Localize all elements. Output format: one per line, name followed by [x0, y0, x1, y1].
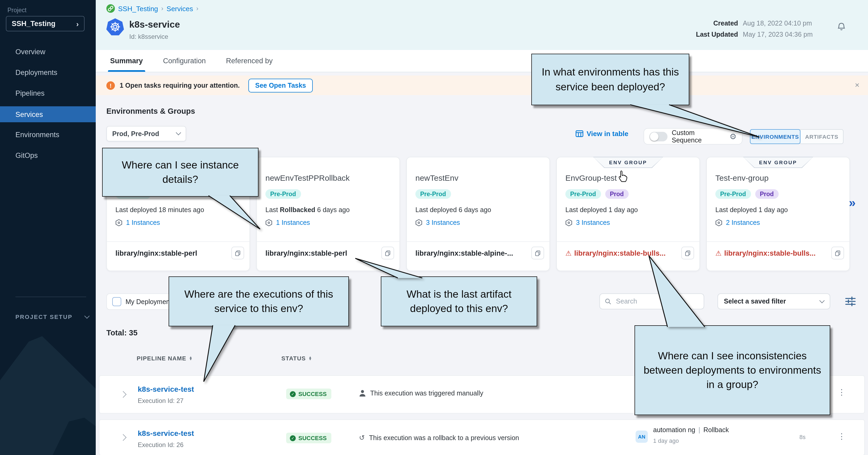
artifact-name: library/nginx:stable-perl — [116, 249, 228, 257]
created-label: Created — [696, 20, 738, 27]
copy-artifact-button[interactable] — [831, 247, 844, 259]
see-open-tasks-button[interactable]: See Open Tasks — [248, 78, 313, 92]
callout-tail — [205, 191, 266, 234]
env-type-filter[interactable]: Prod, Pre-Prod — [106, 126, 186, 141]
breadcrumb-separator: › — [161, 5, 163, 12]
execution-id: Execution Id: 26 — [138, 441, 184, 449]
total-count: Total: 35 — [106, 328, 137, 337]
divider: | — [695, 426, 703, 434]
warning-triangle-icon: ⚠ — [715, 249, 721, 257]
sidebar-nav: Overview Deployments Pipelines Services … — [0, 41, 96, 166]
saved-filter-value: Select a saved filter — [724, 298, 786, 305]
annotation-callout: Where can I see inconsistencies between … — [634, 325, 830, 415]
preprod-badge: Pre-Prod — [266, 189, 301, 199]
tab-referenced-by[interactable]: Referenced by — [226, 50, 273, 72]
instance-icon — [116, 219, 122, 226]
prod-badge: Prod — [605, 189, 628, 199]
expand-row-icon[interactable] — [120, 391, 126, 398]
instances-link[interactable]: 3 Instances — [415, 219, 460, 226]
sidebar-item-deployments[interactable]: Deployments — [0, 62, 96, 83]
callout-text: Where can I see inconsistencies between … — [639, 349, 826, 392]
status-badge: ✓ SUCCESS — [286, 389, 331, 399]
app-window: Project SSH_Testing › Overview Deploymen… — [0, 0, 868, 455]
person-icon — [359, 390, 366, 397]
trigger-info: automation ng|Rollback — [653, 426, 729, 434]
column-header-status[interactable]: STATUS ▲▼ — [281, 355, 312, 361]
artifact-row: library/nginx:stable-alpine-... — [415, 247, 544, 259]
env-card[interactable]: newTestEnv Pre-Prod Last deployed 6 days… — [406, 157, 550, 271]
instance-icon — [415, 219, 422, 226]
copy-artifact-button[interactable] — [231, 247, 244, 259]
updated-value: May 17, 2023 04:36 pm — [743, 31, 813, 38]
bell-icon[interactable] — [836, 21, 847, 32]
saved-filter-select[interactable]: Select a saved filter — [717, 293, 830, 310]
callout-tail — [351, 255, 426, 282]
project-selector[interactable]: SSH_Testing › — [6, 16, 85, 31]
banner-text: 1 Open tasks requiring your attention. — [120, 82, 240, 89]
artifact-row: ⚠ library/nginx:stable-bulls... — [715, 247, 844, 259]
pipeline-name-link[interactable]: k8s-service-test — [138, 385, 194, 393]
scroll-right-icon[interactable]: » — [849, 196, 856, 210]
toggle-artifacts[interactable]: ARTIFACTS — [800, 129, 843, 144]
sidebar-item-gitops[interactable]: GitOps — [0, 145, 96, 166]
last-deployed-text: Last deployed 6 days ago — [415, 206, 491, 214]
card-divider — [557, 241, 700, 242]
page-header: SSH_Testing › Services › k8s-service Id:… — [96, 0, 868, 50]
callout-tail — [645, 253, 707, 331]
row-menu-icon[interactable]: ⋮ — [838, 432, 846, 441]
callout-text: Where are the executions of this service… — [174, 287, 344, 316]
sidebar-item-pipelines[interactable]: Pipelines — [0, 83, 96, 104]
instances-link[interactable]: 2 Instances — [715, 219, 760, 226]
created-value: Aug 18, 2022 04:10 pm — [743, 20, 813, 27]
annotation-callout: Where can I see instance details? — [102, 148, 258, 197]
updated-label: Last Updated — [696, 31, 738, 38]
breadcrumb-project[interactable]: SSH_Testing — [118, 4, 158, 12]
project-label: Project — [7, 7, 27, 13]
last-deployed-text: Last deployed 1 day ago — [715, 206, 788, 214]
duration: 8s — [799, 434, 806, 440]
breadcrumb: SSH_Testing › Services › — [106, 4, 198, 13]
sidebar-divider — [16, 297, 86, 297]
sort-icon: ▲▼ — [308, 356, 312, 360]
instances-link[interactable]: 3 Instances — [565, 219, 610, 226]
sidebar-item-overview[interactable]: Overview — [0, 41, 96, 62]
my-deployments-checkbox[interactable] — [112, 297, 121, 306]
sidebar-item-environments[interactable]: Environments — [0, 124, 96, 145]
project-name: SSH_Testing — [12, 20, 56, 28]
check-icon: ✓ — [290, 391, 296, 397]
callout-tail — [199, 322, 239, 385]
copy-artifact-button[interactable] — [531, 247, 544, 259]
pipeline-name-link[interactable]: k8s-service-test — [138, 429, 194, 437]
project-setup-toggle[interactable]: PROJECT SETUP — [16, 314, 89, 320]
tab-configuration[interactable]: Configuration — [163, 50, 206, 72]
chevron-right-icon: › — [76, 20, 79, 28]
close-icon[interactable]: × — [855, 80, 860, 89]
env-card[interactable]: newEnvTestPPRollback Pre-Prod Last Rollb… — [256, 157, 400, 271]
env-group-tag: ENV GROUP — [743, 157, 813, 168]
sidebar-item-services[interactable]: Services — [0, 106, 96, 122]
callout-text: Where can I see instance details? — [107, 158, 254, 187]
annotation-callout: In what environments has this service be… — [531, 54, 689, 105]
service-meta: Created Aug 18, 2022 04:10 pm Last Updat… — [696, 20, 813, 38]
env-type-filter-value: Prod, Pre-Prod — [112, 130, 159, 137]
env-card-name: newEnvTestPPRollback — [266, 173, 350, 182]
last-deployed-text: Last deployed 18 minutes ago — [116, 206, 204, 214]
instances-link[interactable]: 1 Instances — [116, 219, 160, 226]
annotation-callout: Where are the executions of this service… — [168, 277, 349, 326]
tab-summary[interactable]: Summary — [110, 50, 143, 72]
expand-row-icon[interactable] — [120, 434, 126, 441]
table-row[interactable]: k8s-service-test Execution Id: 26 ✓ SUCC… — [99, 419, 865, 455]
filter-sliders-icon[interactable] — [845, 296, 856, 307]
env-group-card[interactable]: ENV GROUP Test-env-group Pre-Prod Prod L… — [706, 157, 850, 271]
view-in-table-link[interactable]: View in table — [576, 130, 628, 138]
env-group-tag: ENV GROUP — [593, 157, 663, 168]
table-icon — [576, 130, 584, 137]
row-menu-icon[interactable]: ⋮ — [838, 388, 846, 397]
env-card-name: Test-env-group — [715, 173, 769, 182]
page-title: k8s-service — [129, 19, 180, 30]
instances-link[interactable]: 1 Instances — [266, 219, 310, 226]
breadcrumb-services[interactable]: Services — [166, 4, 193, 12]
sidebar: Project SSH_Testing › Overview Deploymen… — [0, 0, 96, 455]
column-header-pipeline-name[interactable]: PIPELINE NAME ▲▼ — [137, 355, 193, 361]
hand-cursor-icon — [617, 170, 629, 183]
